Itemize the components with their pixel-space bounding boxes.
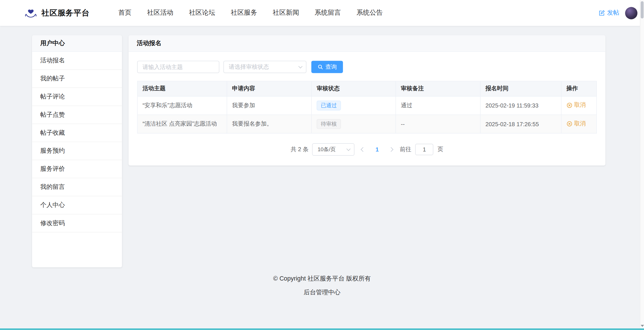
pagination: 共 2 条 10条/页 1 前往 页 [137,143,597,156]
signup-table: 活动主题 申请内容 审核状态 审核备注 报名时间 操作 “安享和乐”志愿活动 我… [137,81,597,133]
sidebar-item-post-favorites[interactable]: 帖子收藏 [32,124,122,142]
nav-messages[interactable]: 系统留言 [315,9,341,17]
query-button-label: 查询 [325,63,337,71]
user-center-sidebar: 用户中心 活动报名 我的帖子 帖子评论 帖子点赞 帖子收藏 服务预约 服务评价 … [32,35,122,267]
scrollbar-track[interactable] [640,0,644,329]
sidebar-title: 用户中心 [32,35,122,52]
sidebar-menu: 活动报名 我的帖子 帖子评论 帖子点赞 帖子收藏 服务预约 服务评价 我的留言 … [32,52,122,233]
create-post-button[interactable]: 发帖 [598,9,619,17]
search-bar: 请选择审核状态 查询 [137,61,597,73]
sidebar-item-profile[interactable]: 个人中心 [32,196,122,214]
page-content: 用户中心 活动报名 我的帖子 帖子评论 帖子点赞 帖子收藏 服务预约 服务评价 … [0,26,644,267]
col-time: 报名时间 [480,81,561,96]
sidebar-item-my-posts[interactable]: 我的帖子 [32,70,122,88]
scrollbar-thumb[interactable] [641,1,644,18]
create-post-label: 发帖 [607,9,619,17]
cell-remark: 通过 [396,96,480,115]
bottom-edge-bar [0,329,644,330]
search-icon [317,64,323,70]
goto-page-input[interactable] [415,144,434,155]
panel-title: 活动报名 [129,35,605,52]
brand-link[interactable]: 社区服务平台 [24,6,90,20]
col-remark: 审核备注 [396,81,480,96]
sidebar-item-my-messages[interactable]: 我的留言 [32,178,122,196]
panel-body: 请选择审核状态 查询 [129,52,605,166]
goto-label: 前往 [400,146,411,153]
nav-news[interactable]: 社区新闻 [273,9,299,17]
sidebar-item-activity-signup[interactable]: 活动报名 [32,52,122,70]
col-content: 申请内容 [227,81,311,96]
cell-topic: “清洁社区 点亮家园”志愿活动 [137,115,227,133]
page-footer: © Copyright 社区服务平台 版权所有 后台管理中心 [0,267,644,296]
circle-close-icon [566,121,572,127]
table-row: “清洁社区 点亮家园”志愿活动 我要报名参加。 待审核 -- 2025-02-1… [137,115,597,133]
total-count: 共 2 条 [291,146,308,153]
topic-search-input[interactable] [137,61,219,73]
activity-signup-panel: 活动报名 请选择审核状态 [129,35,605,166]
main-nav: 首页 社区活动 社区论坛 社区服务 社区新闻 系统留言 系统公告 [118,9,383,17]
cell-remark: -- [396,115,480,133]
edit-icon [598,10,605,16]
col-status: 审核状态 [312,81,396,96]
cancel-label: 取消 [574,120,586,127]
sidebar-item-post-comments[interactable]: 帖子评论 [32,88,122,106]
nav-services[interactable]: 社区服务 [231,9,257,17]
cancel-label: 取消 [574,101,586,109]
nav-activities[interactable]: 社区活动 [147,9,173,17]
heart-hands-icon [24,6,38,20]
cell-topic: “安享和乐”志愿活动 [137,96,227,115]
circle-close-icon [566,102,572,108]
status-select-placeholder: 请选择审核状态 [229,63,269,71]
query-button[interactable]: 查询 [311,61,343,73]
page-unit-label: 页 [438,146,443,153]
table-row: “安享和乐”志愿活动 我要参加 已通过 通过 2025-02-19 11:59:… [137,96,597,115]
nav-announcements[interactable]: 系统公告 [356,9,383,17]
sidebar-item-service-booking[interactable]: 服务预约 [32,142,122,160]
cancel-button[interactable]: 取消 [566,101,586,109]
cell-time: 2025-02-18 17:26:55 [480,115,561,133]
chevron-down-icon [298,64,302,68]
table-header: 活动主题 申请内容 审核状态 审核备注 报名时间 操作 [137,81,597,96]
status-badge: 待审核 [317,119,341,129]
app-title: 社区服务平台 [41,7,89,18]
cell-time: 2025-02-19 11:59:33 [480,96,561,115]
cancel-button[interactable]: 取消 [566,120,586,127]
scroll-down-arrow[interactable] [640,325,644,327]
sidebar-item-post-likes[interactable]: 帖子点赞 [32,106,122,124]
sidebar-item-change-password[interactable]: 修改密码 [32,214,122,233]
triangle-down-icon [641,325,644,327]
nav-home[interactable]: 首页 [118,9,131,17]
app: 社区服务平台 首页 社区活动 社区论坛 社区服务 社区新闻 系统留言 系统公告 … [0,0,644,330]
top-navbar: 社区服务平台 首页 社区活动 社区论坛 社区服务 社区新闻 系统留言 系统公告 … [0,0,644,26]
prev-page-button[interactable] [358,144,368,155]
cell-content: 我要报名参加。 [227,115,311,133]
cell-content: 我要参加 [227,96,311,115]
col-topic: 活动主题 [137,81,227,96]
status-select[interactable]: 请选择审核状态 [223,61,306,73]
nav-forum[interactable]: 社区论坛 [189,9,215,17]
admin-center-link[interactable]: 后台管理中心 [304,289,341,296]
chevron-right-icon [389,147,393,152]
col-actions: 操作 [561,81,597,96]
user-avatar[interactable] [625,7,637,19]
chevron-down-icon [346,147,350,151]
sidebar-item-service-review[interactable]: 服务评价 [32,160,122,178]
page-size-select[interactable]: 10条/页 [312,143,354,156]
page-size-value: 10条/页 [318,146,336,153]
chevron-left-icon [361,147,365,152]
header-right: 发帖 [598,7,637,19]
page-number-button[interactable]: 1 [372,144,382,155]
status-badge: 已通过 [317,101,341,110]
next-page-button[interactable] [386,144,396,155]
copyright-text: © Copyright 社区服务平台 版权所有 [0,275,644,283]
